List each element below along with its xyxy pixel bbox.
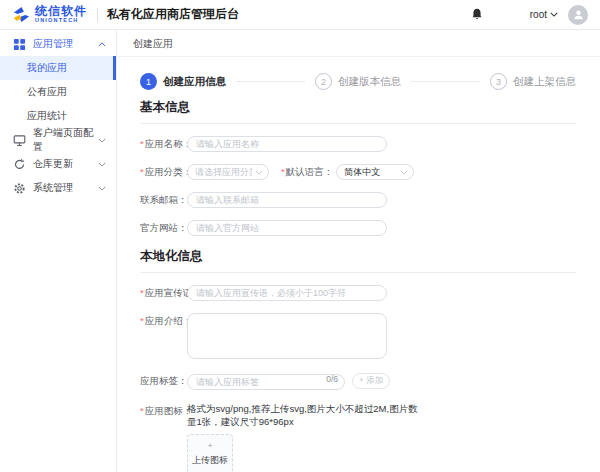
person-icon [572,8,585,21]
sidebar-item-label: 客户端页面配置 [33,126,98,154]
chevron-down-icon [98,162,106,167]
app-icon-label: 应用图标： [140,403,187,419]
app-category-label: 应用分类： [140,164,187,180]
app-category-select[interactable]: 请选择应用分类 [187,164,269,180]
step-2-number: 2 [315,73,332,90]
tags-counter: 0/6 [326,371,338,387]
section-title-basic-info: 基本信息 [140,99,576,116]
add-tag-button[interactable]: + 添加 [352,373,390,389]
sidebar-item-system-management[interactable]: 系统管理 [0,176,116,200]
app-name-input[interactable] [187,136,387,152]
uniontech-logo-icon [12,5,31,24]
chevron-down-icon [550,12,558,17]
user-menu[interactable]: root [530,9,558,20]
uniontech-logo: 统信软件 UNIONTECH [12,5,87,24]
app-title: 私有化应用商店管理后台 [107,6,239,23]
chevron-down-icon [98,138,106,143]
chevron-up-icon [98,42,106,47]
section-divider [140,123,576,124]
contact-email-input[interactable] [187,192,387,208]
app-tags-label: 应用标签： [140,373,187,389]
sidebar-item-label: 公有应用 [27,85,67,99]
step-connector [236,81,305,82]
gear-icon [13,182,26,195]
sidebar-item-my-apps[interactable]: 我的应用 [0,56,116,80]
sidebar-item-label: 我的应用 [27,61,67,75]
step-2: 2 创建版本信息 [315,73,401,90]
chevron-down-icon [98,186,106,191]
logo-subtext: UNIONTECH [35,18,87,24]
sidebar-item-client-page-config[interactable]: 客户端页面配置 [0,128,116,152]
logo-text: 统信软件 [35,5,87,17]
sidebar-item-label: 仓库更新 [33,157,73,171]
notification-bell-icon[interactable] [470,7,484,22]
grid-icon [13,38,26,51]
user-name: root [530,9,547,20]
sidebar-item-app-statistics[interactable]: 应用统计 [0,104,116,128]
step-1: 1 创建应用信息 [140,73,226,90]
refresh-icon [13,158,26,171]
sidebar: 应用管理 我的应用 公有应用 应用统计 客户端页面配置 仓库更新 [0,30,117,472]
section-title-localized-info: 本地化信息 [140,248,576,265]
app-slogan-label: 应用宣传语： [140,285,187,301]
chevron-down-icon [400,170,408,175]
step-1-number: 1 [140,73,157,90]
breadcrumb: 创建应用 [118,30,600,57]
header-divider [97,8,98,22]
breadcrumb-item: 创建应用 [133,38,173,49]
sidebar-item-public-apps[interactable]: 公有应用 [0,80,116,104]
sidebar-item-app-management[interactable]: 应用管理 [0,32,116,56]
step-1-label: 创建应用信息 [163,75,226,89]
sidebar-item-repo-update[interactable]: 仓库更新 [0,152,116,176]
app-category-value: 请选择应用分类 [195,166,252,179]
app-intro-label: 应用介绍： [140,313,187,329]
step-3-number: 3 [490,73,507,90]
contact-email-label: 联系邮箱： [140,192,187,208]
stepper: 1 创建应用信息 2 创建版本信息 3 创建上架信息 [140,73,576,90]
chevron-down-icon [255,170,263,175]
plus-icon: + [208,442,213,450]
top-header: 统信软件 UNIONTECH 私有化应用商店管理后台 root [0,0,600,30]
step-2-label: 创建版本信息 [338,75,401,89]
app-tags-input[interactable] [187,374,345,390]
section-divider [140,272,576,273]
app-icon-help-text: 格式为svg/png,推荐上传svg,图片大小不超过2M,图片数量1张，建议尺寸… [187,402,423,428]
step-3: 3 创建上架信息 [490,73,576,90]
default-language-select[interactable]: 简体中文 [336,164,414,180]
upload-icon-label: 上传图标 [192,454,228,467]
sidebar-item-label: 应用统计 [27,109,67,123]
upload-icon-dropzone[interactable]: + 上传图标 [187,434,233,472]
sidebar-item-label: 应用管理 [33,37,73,51]
official-website-input[interactable] [187,220,387,236]
step-3-label: 创建上架信息 [513,75,576,89]
avatar[interactable] [568,5,588,25]
sidebar-item-label: 系统管理 [33,181,73,195]
official-website-label: 官方网站： [140,220,187,236]
main-area: 创建应用 1 创建应用信息 2 创建版本信息 3 创建上架信息 基本信息 应 [118,30,600,472]
app-name-label: 应用名称： [140,136,187,152]
app-slogan-input[interactable] [187,285,387,301]
default-language-label: 默认语言： [281,164,336,180]
step-connector [411,81,480,82]
default-language-value: 简体中文 [344,166,397,179]
app-intro-textarea[interactable] [187,313,387,359]
monitor-icon [13,134,26,147]
